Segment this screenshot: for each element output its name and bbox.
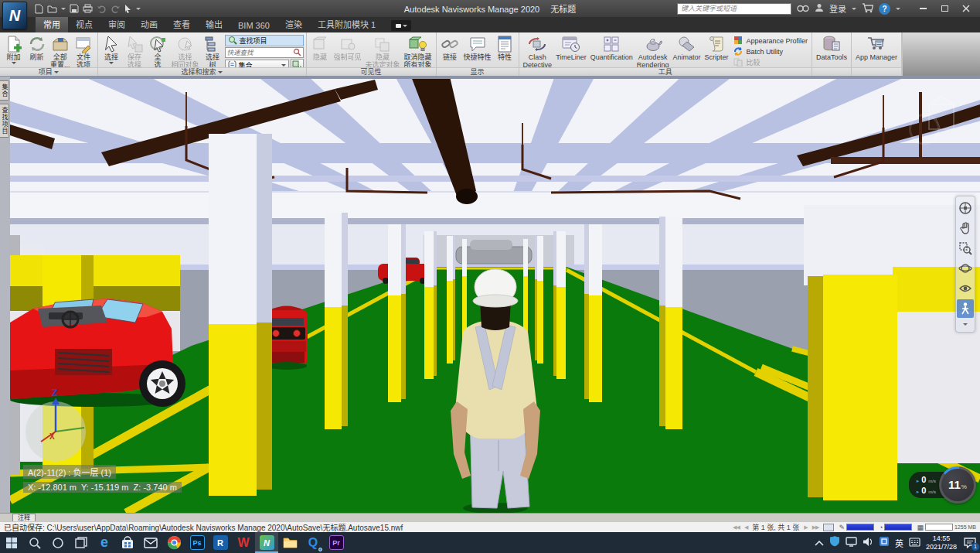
- group-label-appmanager[interactable]: [852, 67, 901, 76]
- task-view-button[interactable]: [70, 532, 93, 553]
- autodesk-rendering-button[interactable]: Autodesk Rendering: [635, 34, 671, 69]
- full-navigation-wheel-button[interactable]: [957, 199, 974, 217]
- tab-bim360[interactable]: BIM 360: [230, 19, 277, 32]
- print-icon[interactable]: [83, 4, 93, 13]
- sets-panel-tab[interactable]: 集合: [0, 80, 9, 101]
- pan-button[interactable]: [957, 219, 974, 237]
- group-label-tools[interactable]: 工具: [519, 67, 812, 76]
- cortana-button[interactable]: [46, 532, 70, 553]
- tab-addins[interactable]: 工具附加模块 1: [310, 15, 383, 32]
- file-options-button[interactable]: 文件 选项: [73, 34, 95, 69]
- action-center-button[interactable]: 1: [962, 536, 978, 550]
- timeliner-button[interactable]: TimeLiner: [554, 34, 588, 61]
- tab-render[interactable]: 渲染: [277, 15, 310, 32]
- start-button[interactable]: [0, 532, 23, 553]
- q-browser-icon[interactable]: Q: [301, 532, 325, 553]
- volume-icon[interactable]: [863, 536, 873, 550]
- tray-app-icon[interactable]: [879, 536, 890, 550]
- links-button[interactable]: 链接: [439, 34, 461, 61]
- user-icon[interactable]: [815, 3, 824, 14]
- select-button[interactable]: 选择: [100, 34, 123, 64]
- sign-in-dropdown-icon[interactable]: [852, 8, 856, 10]
- walk-button[interactable]: [957, 299, 974, 318]
- tab-viewpoint[interactable]: 视点: [68, 15, 100, 32]
- close-button[interactable]: [955, 0, 977, 17]
- help-icon[interactable]: ?: [879, 3, 890, 15]
- datatools-button[interactable]: DataTools: [815, 34, 849, 61]
- chrome-icon[interactable]: [162, 532, 185, 553]
- speed-dial[interactable]: 11%: [939, 466, 976, 504]
- search-binoculars-icon[interactable]: [797, 3, 809, 14]
- sign-in-label[interactable]: 登录: [829, 2, 846, 15]
- unhide-all-button[interactable]: 取消隐藏 所有对象: [403, 34, 434, 72]
- selection-tree-button[interactable]: 选择 树: [202, 34, 224, 69]
- select-all-button[interactable]: 全 选: [147, 34, 169, 72]
- zoom-window-button[interactable]: [957, 239, 974, 258]
- redo-icon[interactable]: [111, 5, 121, 13]
- touch-keyboard-icon[interactable]: [909, 536, 920, 550]
- group-label-select-search[interactable]: 选择和搜索: [98, 67, 306, 76]
- store-icon[interactable]: [116, 532, 139, 553]
- 3d-scene[interactable]: Z X: [10, 77, 980, 513]
- refresh-button[interactable]: 刷新: [26, 34, 48, 61]
- tab-animation[interactable]: 动画: [133, 15, 165, 32]
- photoshop-icon[interactable]: Ps: [185, 532, 209, 553]
- edge-icon[interactable]: e: [93, 532, 116, 553]
- help-search-input[interactable]: [677, 3, 791, 15]
- undo-icon[interactable]: [97, 5, 107, 13]
- group-label-datatools[interactable]: [812, 67, 851, 76]
- look-around-button[interactable]: [957, 279, 974, 298]
- appearance-profiler-button[interactable]: Appearance Profiler: [733, 36, 808, 46]
- maximize-button[interactable]: [934, 0, 955, 17]
- security-shield-icon[interactable]: [829, 535, 840, 550]
- navisworks-taskbar-icon[interactable]: N: [255, 532, 278, 553]
- network-icon[interactable]: [846, 536, 857, 550]
- clash-detective-button[interactable]: Clash Detective: [522, 34, 554, 69]
- open-file-icon[interactable]: [47, 4, 57, 13]
- comments-tab[interactable]: 注释: [12, 514, 36, 521]
- file-explorer-icon[interactable]: [278, 532, 301, 553]
- last-sheet-button[interactable]: ▶▶: [812, 524, 819, 531]
- minimize-button[interactable]: [912, 0, 934, 17]
- app-store-cart-icon[interactable]: [862, 3, 873, 15]
- select-tool-icon[interactable]: [124, 4, 132, 13]
- orbit-button[interactable]: [957, 259, 974, 278]
- find-items-panel-tab[interactable]: 查找项目: [0, 104, 9, 138]
- save-icon[interactable]: [70, 4, 79, 13]
- first-sheet-button[interactable]: ◀◀: [733, 524, 740, 531]
- revit-icon[interactable]: R: [209, 532, 232, 553]
- premiere-icon[interactable]: Pr: [325, 532, 348, 553]
- batch-utility-button[interactable]: Batch Utility: [733, 46, 808, 56]
- quick-properties-button[interactable]: 快捷特性: [462, 34, 493, 61]
- sheet-browser-icon[interactable]: [823, 524, 834, 531]
- properties-button[interactable]: 特性: [494, 34, 516, 61]
- app-manager-button[interactable]: App Manager: [854, 34, 899, 61]
- find-items-button[interactable]: 查找项目: [225, 35, 304, 46]
- qat-customize-icon[interactable]: [136, 8, 141, 10]
- quick-find-icon[interactable]: [293, 46, 303, 60]
- wps-icon[interactable]: W: [232, 532, 255, 553]
- group-label-project[interactable]: 项目: [0, 67, 97, 76]
- scripter-button[interactable]: Scripter: [703, 34, 730, 61]
- tab-review[interactable]: 审阅: [100, 15, 133, 32]
- quick-find-input[interactable]: [226, 49, 293, 56]
- clock[interactable]: 14:55 2021/7/28: [926, 534, 957, 551]
- quantification-button[interactable]: Quantification: [589, 34, 635, 61]
- new-file-icon[interactable]: [34, 4, 43, 14]
- group-label-display[interactable]: 显示: [437, 67, 519, 76]
- tab-home[interactable]: 常用: [36, 15, 68, 32]
- tab-view[interactable]: 查看: [165, 15, 198, 32]
- append-button[interactable]: 附加: [2, 34, 25, 64]
- taskbar-search-button[interactable]: [23, 532, 46, 553]
- tray-chevron-icon[interactable]: [815, 536, 824, 550]
- mail-icon[interactable]: [139, 532, 162, 553]
- animator-button[interactable]: Animator: [671, 34, 702, 61]
- previous-sheet-button[interactable]: ◀: [744, 524, 747, 531]
- screencast-button[interactable]: [391, 20, 411, 31]
- reset-all-button[interactable]: 全部 重置...: [49, 34, 72, 72]
- ime-language-indicator[interactable]: 英: [895, 537, 903, 549]
- navbar-customize-button[interactable]: [957, 319, 974, 329]
- help-dropdown-icon[interactable]: [896, 8, 900, 10]
- application-menu-button[interactable]: N: [2, 2, 27, 29]
- next-sheet-button[interactable]: ▶: [804, 524, 807, 531]
